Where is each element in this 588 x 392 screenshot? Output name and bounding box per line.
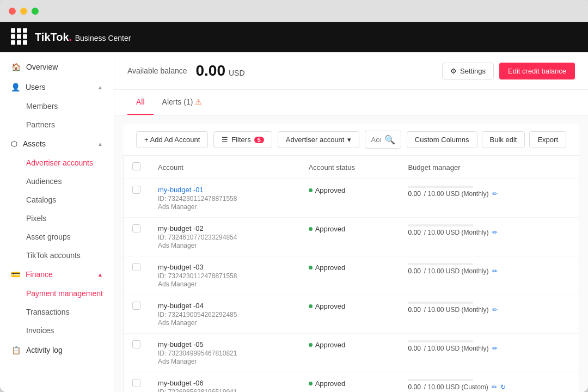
row-checkbox-5[interactable] <box>132 379 140 387</box>
budget-edit-icon-2[interactable]: ✏ <box>492 267 498 275</box>
sidebar-item-payment-management[interactable]: Payment management <box>0 284 114 303</box>
budget-separator-4: / 10.00 USD (Monthly) <box>424 345 489 352</box>
status-dot-0 <box>309 188 313 192</box>
table-row: my-budget -03 ID: 7324230112478871558 Ad… <box>124 256 579 295</box>
table-row: my-budget -04 ID: 7324190054262292485 Ad… <box>124 295 579 334</box>
account-cell-5: my-budget -06 ID: 7226985628196519941 Ad… <box>149 372 300 393</box>
settings-button[interactable]: ⚙ Settings <box>442 63 494 79</box>
topbar: TikTok. Business Center <box>0 22 588 52</box>
row-checkbox-0[interactable] <box>132 186 140 194</box>
settings-icon: ⚙ <box>450 67 457 75</box>
maximize-button[interactable] <box>32 8 39 15</box>
budget-cell-3: 0.00 / 10.00 USD (Monthly) ✏ <box>399 295 579 334</box>
account-name-0[interactable]: my-budget -01 <box>158 186 291 194</box>
add-ad-account-label: + Add Ad Account <box>144 136 200 144</box>
select-all-header <box>124 156 149 179</box>
budget-edit-icon-0[interactable]: ✏ <box>492 190 498 198</box>
sidebar-item-overview[interactable]: 🏠 Overview <box>0 57 114 77</box>
advertiser-account-dropdown[interactable]: Advertiser account ▾ <box>278 131 360 148</box>
account-type-4: Ads Manager <box>158 358 291 365</box>
budget-bar-outer-0 <box>408 186 473 188</box>
bulk-edit-button[interactable]: Bulk edit <box>482 131 525 148</box>
budget-separator-5: / 10.00 USD (Custom) <box>424 383 488 391</box>
budget-edit-icon-4[interactable]: ✏ <box>492 345 498 352</box>
status-cell-1: Approved <box>300 218 400 256</box>
sidebar-item-advertiser-accounts[interactable]: Advertiser accounts <box>0 154 114 172</box>
budget-edit-icon-1[interactable]: ✏ <box>492 229 498 236</box>
chevron-up-icon-assets: ▲ <box>97 141 103 147</box>
close-button[interactable] <box>9 8 16 15</box>
table-row: my-budget -06 ID: 7226985628196519941 Ad… <box>124 372 579 393</box>
sidebar-group-assets: ⬡ Assets ▲ Advertiser accounts Audiences… <box>0 134 114 265</box>
custom-columns-button[interactable]: Custom Columns <box>407 131 477 148</box>
status-cell-0: Approved <box>300 179 400 218</box>
row-checkbox-3[interactable] <box>132 302 140 310</box>
row-checkbox-2[interactable] <box>132 263 140 271</box>
minimize-button[interactable] <box>20 8 27 15</box>
budget-edit-icon-3[interactable]: ✏ <box>492 306 498 314</box>
budget-edit-icon-5[interactable]: ✏ <box>492 383 497 391</box>
sidebar-item-activity-log[interactable]: 📋 Activity log <box>0 340 114 360</box>
users-children: Members Partners <box>0 97 114 134</box>
status-badge-5: Approved <box>309 379 346 388</box>
budget-wrap-0: 0.00 / 10.00 USD (Monthly) ✏ <box>408 186 570 198</box>
status-dot-4 <box>309 343 313 347</box>
row-checkbox-cell <box>124 218 149 256</box>
grid-icon[interactable] <box>11 28 28 46</box>
dropdown-label: Advertiser account <box>286 136 345 144</box>
chevron-up-icon-finance: ▲ <box>97 272 103 278</box>
balance-actions: ⚙ Settings Edit credit balance <box>442 63 575 79</box>
sidebar-item-audiences[interactable]: Audiences <box>0 172 114 191</box>
status-dot-5 <box>309 382 313 385</box>
sidebar-item-users[interactable]: 👤 Users ▲ <box>0 77 114 97</box>
budget-text-0: 0.00 / 10.00 USD (Monthly) ✏ <box>408 190 570 198</box>
sidebar-item-catalogs[interactable]: Catalogs <box>0 191 114 209</box>
account-cell-2: my-budget -03 ID: 7324230112478871558 Ad… <box>149 256 300 295</box>
budget-cell-2: 0.00 / 10.00 USD (Monthly) ✏ <box>399 256 579 295</box>
sidebar-assets-label: Assets <box>23 139 46 148</box>
search-input[interactable] <box>371 136 381 144</box>
payment-management-label: Payment management <box>26 289 103 298</box>
account-type-2: Ads Manager <box>158 280 291 288</box>
finance-children: Payment management Transactions Invoices <box>0 284 114 340</box>
filter-button[interactable]: ☰ Filters 5 <box>213 131 272 148</box>
sidebar-users-label: Users <box>26 83 46 91</box>
tab-alerts[interactable]: Alerts (1) ⚠ <box>154 90 211 115</box>
main-content: 🏠 Overview 👤 Users ▲ Members <box>0 52 588 392</box>
add-ad-account-button[interactable]: + Add Ad Account <box>136 131 208 148</box>
row-checkbox-1[interactable] <box>132 224 140 232</box>
row-checkbox-cell <box>124 256 149 295</box>
budget-wrap-2: 0.00 / 10.00 USD (Monthly) ✏ <box>408 263 570 275</box>
budget-wrap-3: 0.00 / 10.00 USD (Monthly) ✏ <box>408 302 570 314</box>
account-name-1: my-budget -02 <box>158 224 291 232</box>
sidebar-item-tiktok-accounts[interactable]: TikTok accounts <box>0 246 114 265</box>
budget-text-5: 0.00 / 10.00 USD (Custom) ✏ ↻ <box>408 383 570 391</box>
sidebar-item-invoices[interactable]: Invoices <box>0 321 114 340</box>
account-type-0: Ads Manager <box>158 203 291 211</box>
sidebar-item-members[interactable]: Members <box>0 97 114 115</box>
tab-all[interactable]: All <box>127 90 154 115</box>
sidebar-group-finance: 💳 Finance ▲ Payment management Transacti… <box>0 265 114 340</box>
sidebar-item-pixels[interactable]: Pixels <box>0 209 114 228</box>
sidebar-item-assets[interactable]: ⬡ Assets ▲ <box>0 134 114 154</box>
budget-separator-0: / 10.00 USD (Monthly) <box>424 190 489 198</box>
sidebar-item-asset-groups[interactable]: Asset groups <box>0 228 114 246</box>
export-button[interactable]: Export <box>529 131 566 148</box>
select-all-checkbox[interactable] <box>132 162 140 170</box>
accounts-table-wrap: Account Account status Budget manager my… <box>123 156 579 392</box>
table-controls: + Add Ad Account ☰ Filters 5 Advertiser … <box>123 124 579 156</box>
budget-refresh-icon-5[interactable]: ↻ <box>500 383 506 391</box>
chevron-up-icon: ▲ <box>97 84 103 90</box>
account-id-4: ID: 7323049995467810821 <box>158 350 291 357</box>
edit-credit-balance-button[interactable]: Edit credit balance <box>499 63 575 79</box>
sidebar-item-transactions[interactable]: Transactions <box>0 303 114 321</box>
row-checkbox-4[interactable] <box>132 340 140 348</box>
status-cell-4: Approved <box>300 334 400 372</box>
activity-log-label: Activity log <box>26 346 63 354</box>
sidebar: 🏠 Overview 👤 Users ▲ Members <box>0 52 114 392</box>
table-row: my-budget -01 ID: 7324230112478871558 Ad… <box>124 179 579 218</box>
sidebar-item-finance[interactable]: 💳 Finance ▲ <box>0 265 114 284</box>
budget-wrap-4: 0.00 / 10.00 USD (Monthly) ✏ <box>408 340 570 352</box>
sidebar-item-partners[interactable]: Partners <box>0 115 114 134</box>
account-cell-1: my-budget -02 ID: 7324610770233294854 Ad… <box>149 218 300 256</box>
